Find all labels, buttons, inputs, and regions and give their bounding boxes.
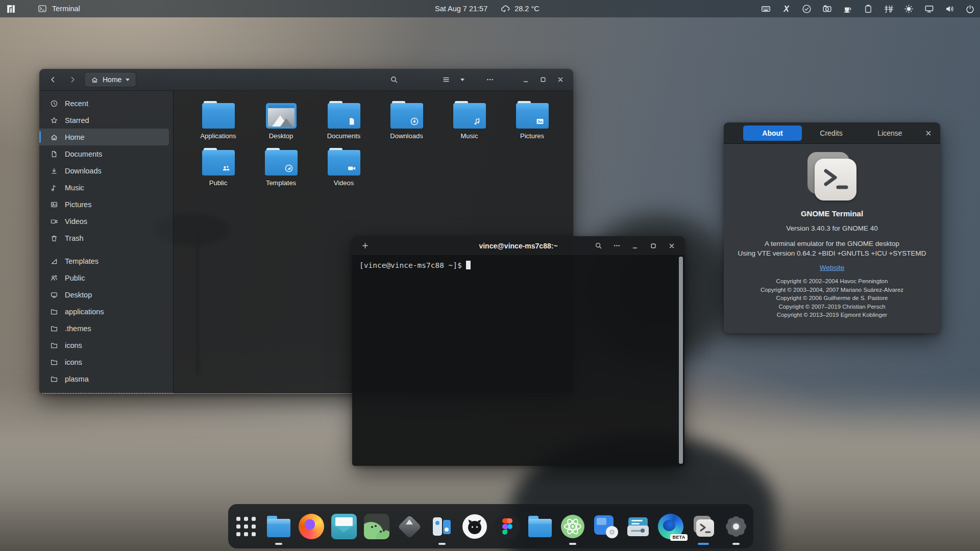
display-network-icon[interactable] [924, 4, 934, 14]
sidebar-label: .themes [65, 324, 91, 333]
dock-item-files[interactable] [265, 507, 292, 546]
scrollbar[interactable] [679, 257, 683, 464]
dock-item-terminal[interactable] [690, 507, 717, 546]
maximize-button[interactable] [647, 239, 660, 253]
view-options-caret[interactable] [458, 72, 467, 87]
tab-credits[interactable]: Credits [802, 126, 861, 141]
sidebar-item-documents[interactable]: Documents [39, 145, 169, 162]
files-titlebar[interactable]: Home [39, 69, 573, 91]
weather-cloud-icon [501, 4, 510, 13]
website-link[interactable]: Website [820, 264, 845, 271]
sidebar-item-trash[interactable]: Trash [39, 230, 169, 246]
power-icon[interactable] [965, 4, 975, 14]
dock-item-volume-sliders[interactable] [429, 507, 455, 546]
folder-templates[interactable]: Templates [250, 148, 312, 187]
focused-app-name[interactable]: Terminal [52, 5, 80, 13]
dock-item-edge-beta[interactable]: BETA [657, 507, 684, 546]
sidebar-item-music[interactable]: Music [39, 179, 169, 196]
terminal-content[interactable]: [vince@vince-ms7c88 ~]$ [352, 256, 684, 466]
app-grid-icon [233, 514, 259, 539]
sidebar-item-themes[interactable]: .themes [39, 320, 169, 337]
updates-check-icon[interactable] [802, 4, 812, 14]
dock-item-app-grid[interactable] [233, 507, 259, 546]
sidebar-item-videos[interactable]: Videos [39, 213, 169, 230]
caffeine-cup-icon[interactable] [843, 4, 852, 14]
close-button[interactable] [922, 127, 935, 140]
forward-button[interactable] [65, 72, 80, 87]
terminal-icon [691, 514, 716, 539]
sidebar-item-public[interactable]: Public [39, 269, 169, 286]
back-button[interactable] [45, 72, 61, 87]
dock-item-settings-gear[interactable] [723, 507, 749, 546]
sidebar-item-home[interactable]: Home [39, 129, 169, 145]
sidebar-item-icons-2[interactable]: icons [39, 354, 169, 370]
pinyin-input-icon[interactable] [884, 4, 893, 14]
sidebar-item-plasma[interactable]: plasma [39, 370, 169, 387]
dock-item-mail[interactable] [331, 507, 357, 546]
search-button[interactable] [386, 72, 402, 87]
sidebar-item-applications[interactable]: applications [39, 303, 169, 320]
copyright-line: Copyright © 2013–2019 Egmont Koblinger [724, 311, 940, 319]
folder-public[interactable]: Public [187, 148, 250, 187]
tab-license[interactable]: License [861, 126, 919, 141]
sidebar-item-desktop[interactable]: Desktop [39, 286, 169, 303]
close-button[interactable] [665, 239, 678, 253]
maximize-button[interactable] [536, 73, 550, 86]
dock-item-files-2[interactable] [527, 507, 553, 546]
inkscape-icon [397, 514, 422, 539]
folder-downloads[interactable]: Downloads [375, 101, 438, 140]
clock[interactable]: Sat Aug 7 21:57 [435, 5, 487, 13]
manjaro-logo-icon[interactable] [6, 4, 16, 14]
close-button[interactable] [554, 73, 567, 86]
dock-item-green-monster[interactable] [363, 507, 390, 546]
dock-item-github[interactable] [461, 507, 488, 546]
menu-kebab-button[interactable] [610, 239, 623, 253]
view-list-button[interactable] [438, 72, 454, 87]
folder-documents[interactable]: Documents [312, 101, 375, 140]
sidebar-label: Trash [65, 234, 84, 242]
folder-desktop[interactable]: Desktop [250, 101, 312, 140]
folder-applications[interactable]: Applications [187, 101, 250, 140]
dock-item-boxes[interactable] [592, 507, 619, 546]
terminal-app-icon[interactable] [37, 4, 47, 14]
folder-icon [328, 148, 360, 176]
minimize-button[interactable] [519, 73, 532, 86]
dock-item-figma[interactable] [494, 507, 521, 546]
minimize-button[interactable] [628, 239, 642, 253]
sidebar-item-downloads[interactable]: Downloads [39, 162, 169, 179]
settings-cards-icon [625, 514, 651, 539]
sidebar-label: Music [65, 184, 84, 192]
folder-icon [50, 375, 58, 383]
menu-kebab-button[interactable] [482, 72, 498, 87]
weather-widget[interactable]: 28.2 °C [501, 4, 540, 13]
sidebar-label: Videos [65, 217, 87, 226]
sidebar-item-starred[interactable]: Starred [39, 112, 169, 129]
sidebar-item-templates[interactable]: Templates [39, 253, 169, 269]
folder-videos[interactable]: Videos [312, 148, 375, 187]
dock-item-display-settings[interactable] [625, 507, 651, 546]
keyboard-icon[interactable] [761, 4, 771, 14]
folder-pictures[interactable]: Pictures [501, 101, 564, 140]
terminal-titlebar[interactable]: vince@vince-ms7c88:~ [352, 236, 684, 256]
tab-about[interactable]: About [743, 126, 802, 141]
location-button[interactable]: Home [84, 72, 136, 87]
dock-item-inkscape[interactable] [396, 507, 423, 546]
home-icon [91, 76, 99, 84]
sidebar-label: icons [65, 358, 82, 366]
screenshot-camera-icon[interactable] [822, 4, 832, 14]
sidebar-label: Documents [65, 150, 102, 158]
sidebar-item-recent[interactable]: Recent [39, 95, 169, 112]
clipboard-icon[interactable] [863, 4, 873, 14]
search-button[interactable] [592, 239, 605, 253]
xorg-icon[interactable]: X [781, 4, 791, 14]
sidebar-item-icons[interactable]: icons [39, 337, 169, 354]
dock-item-firefox[interactable] [298, 507, 325, 546]
about-header[interactable]: About Credits License [724, 122, 940, 144]
folder-music[interactable]: Music [438, 101, 501, 140]
brightness-icon[interactable] [904, 4, 914, 14]
new-tab-button[interactable] [358, 239, 372, 253]
sidebar-item-pictures[interactable]: Pictures [39, 196, 169, 213]
dock-item-atom[interactable] [559, 507, 586, 546]
sidebar-label: Recent [65, 99, 88, 108]
volume-icon[interactable] [945, 4, 954, 14]
